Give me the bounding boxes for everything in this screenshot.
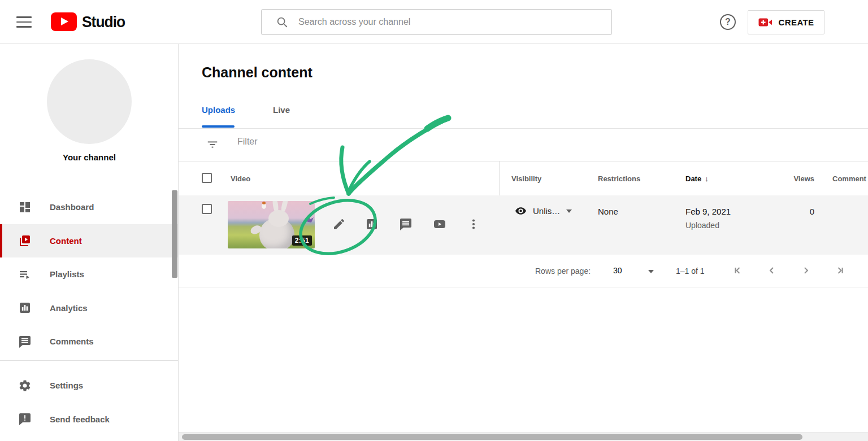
visibility-value: Unlis…	[533, 206, 560, 216]
logo-text: Studio	[82, 13, 125, 31]
create-button[interactable]: CREATE	[748, 10, 824, 34]
channel-avatar[interactable]	[47, 59, 132, 144]
sidebar-item-label: Settings	[50, 381, 83, 390]
analytics-icon	[18, 301, 32, 315]
filter-icon	[206, 138, 219, 151]
column-header-views[interactable]: Views	[791, 174, 814, 183]
column-header-visibility[interactable]: Visibility	[511, 174, 541, 183]
horizontal-scrollbar	[179, 432, 868, 441]
table-pagination: Rows per page: 30 1–1 of 1	[179, 255, 868, 287]
youtube-studio-app: Studio ? CREATE Your channel	[0, 0, 868, 441]
hamburger-menu-icon[interactable]	[16, 15, 32, 29]
rows-per-page-value[interactable]: 30	[613, 266, 622, 275]
youtube-studio-logo[interactable]: Studio	[51, 12, 128, 31]
channel-search[interactable]	[261, 9, 612, 35]
date-header-label: Date	[685, 174, 701, 183]
horizontal-scrollbar-thumb[interactable]	[182, 434, 802, 440]
sidebar-item-label: Content	[50, 236, 82, 246]
watch-on-youtube-icon[interactable]	[433, 217, 446, 231]
first-page-button[interactable]	[731, 263, 745, 278]
row-analytics-icon[interactable]	[365, 217, 379, 231]
playlists-icon	[18, 268, 32, 281]
search-icon	[276, 16, 288, 28]
more-options-kebab-icon[interactable]	[467, 217, 480, 231]
column-header-video[interactable]: Video	[231, 174, 250, 183]
table-header-row: Video Visibility Restrictions Date↓ View…	[179, 161, 868, 195]
last-page-button[interactable]	[832, 263, 847, 278]
active-tab-underline	[202, 125, 235, 128]
dashboard-icon	[18, 200, 32, 214]
visibility-cell[interactable]: Unlis…	[515, 205, 572, 217]
sidebar-item-label: Analytics	[50, 303, 88, 313]
thumbnail-art	[268, 210, 289, 227]
sidebar-item-send-feedback[interactable]: Send feedback	[0, 403, 178, 436]
select-all-checkbox[interactable]	[202, 173, 212, 183]
youtube-play-logo-icon	[51, 12, 77, 31]
sidebar-item-label: Playlists	[50, 269, 84, 279]
date-sub-label: Uploaded	[685, 221, 719, 230]
video-camera-plus-icon	[758, 18, 772, 27]
main-content: Channel content Uploads Live Video Visib…	[179, 44, 868, 441]
sidebar-item-label: Comments	[50, 337, 94, 346]
thumbnail-art	[262, 203, 266, 209]
pagination-range: 1–1 of 1	[676, 267, 705, 276]
column-header-date[interactable]: Date↓	[685, 174, 709, 183]
table-row[interactable]: 2:51	[179, 195, 868, 255]
edit-pencil-icon[interactable]	[332, 217, 346, 231]
sidebar-item-dashboard[interactable]: Dashboard	[0, 190, 178, 224]
restrictions-cell: None	[598, 207, 618, 216]
page-title: Channel content	[202, 64, 313, 81]
sidebar-item-playlists[interactable]: Playlists	[0, 257, 178, 291]
next-page-button[interactable]	[798, 263, 813, 278]
sidebar-item-label: Dashboard	[50, 202, 94, 212]
tab-uploads[interactable]: Uploads	[202, 105, 235, 115]
help-icon[interactable]: ?	[720, 14, 736, 30]
eye-visibility-icon	[515, 205, 527, 217]
sidebar-nav: Dashboard Content Playlists	[0, 190, 178, 359]
top-app-bar: Studio ? CREATE	[0, 0, 868, 44]
views-cell: 0	[758, 207, 814, 216]
rows-per-page-caret-icon[interactable]	[648, 270, 654, 273]
chevron-right-icon	[800, 265, 811, 276]
search-input[interactable]	[298, 17, 611, 27]
sidebar: Your channel Dashboard Content	[0, 44, 179, 441]
sidebar-scrollbar-thumb[interactable]	[172, 190, 177, 278]
feedback-icon	[18, 412, 32, 426]
sidebar-item-label: Send feedback	[50, 414, 110, 424]
row-comments-icon[interactable]	[399, 217, 413, 231]
create-button-label: CREATE	[779, 18, 814, 27]
pagination-divider	[179, 287, 868, 287]
last-page-icon	[834, 265, 845, 276]
sort-descending-arrow-icon: ↓	[705, 174, 709, 183]
channel-label: Your channel	[0, 152, 179, 162]
video-duration-badge: 2:51	[292, 235, 312, 246]
previous-page-button[interactable]	[765, 263, 779, 278]
video-thumbnail[interactable]: 2:51	[228, 201, 315, 248]
sidebar-footer: Settings Send feedback	[0, 369, 178, 436]
filter-input[interactable]	[237, 137, 463, 147]
chevron-left-icon	[766, 265, 778, 276]
sidebar-item-comments[interactable]: Comments	[0, 325, 178, 359]
sidebar-item-settings[interactable]: Settings	[0, 369, 178, 403]
gear-icon	[18, 379, 32, 392]
sidebar-item-content[interactable]: Content	[0, 224, 178, 258]
sidebar-item-analytics[interactable]: Analytics	[0, 291, 178, 325]
visibility-dropdown-caret-icon[interactable]	[566, 209, 572, 213]
content-icon	[18, 234, 32, 247]
thumbnail-art	[306, 216, 314, 222]
row-checkbox[interactable]	[202, 204, 212, 214]
sidebar-divider	[0, 360, 178, 361]
column-header-restrictions[interactable]: Restrictions	[598, 174, 640, 183]
date-cell: Feb 9, 2021	[685, 207, 731, 216]
comments-icon	[18, 335, 32, 348]
column-header-comments[interactable]: Comment	[832, 174, 866, 183]
first-page-icon	[732, 265, 744, 276]
rows-per-page-label: Rows per page:	[535, 267, 591, 276]
tab-live[interactable]: Live	[273, 105, 290, 115]
filter-bar	[179, 129, 868, 161]
